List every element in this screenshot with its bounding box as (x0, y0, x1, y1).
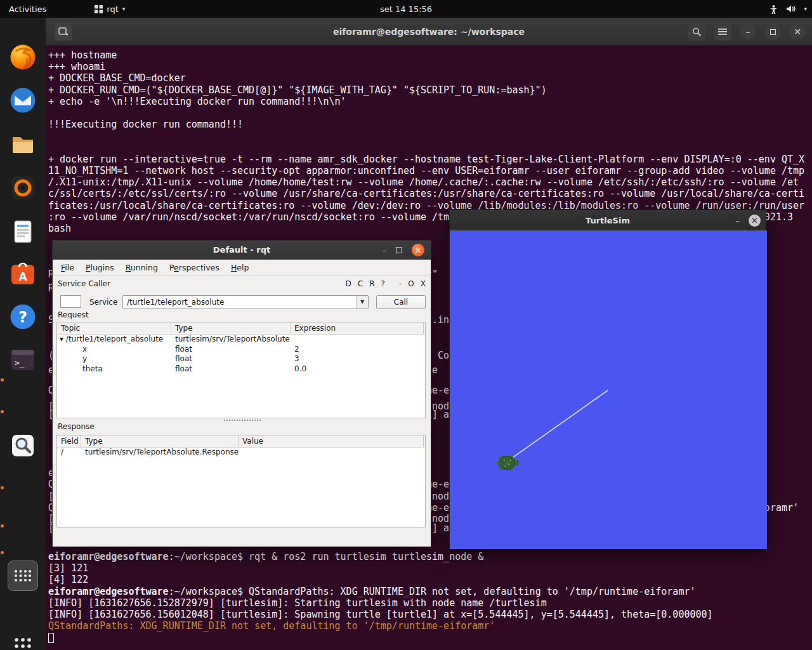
close-icon: ✕ (415, 246, 422, 255)
terminal-output-top: +++ hostname +++ whoami + DOCKER_BASE_CM… (48, 50, 804, 234)
request-table: TopicTypeExpression▾ /turtle1/teleport_a… (56, 322, 426, 418)
table-row[interactable]: ▾ /turtle1/teleport_absoluteturtlesim/sr… (57, 335, 425, 345)
hamburger-icon (718, 28, 727, 36)
rqt-app-icon (10, 563, 36, 588)
caret-down-icon: ▾ (122, 6, 126, 12)
dock-item-firefox[interactable] (8, 43, 37, 72)
terminal-bottom-lines: eiforamr@edgesoftware:~/workspace$ rqt &… (48, 551, 713, 644)
minimize-button[interactable]: – (382, 245, 386, 255)
running-indicator-dot (1, 551, 4, 554)
close-button[interactable]: ✕ (412, 244, 424, 256)
new-tab-button[interactable] (55, 23, 72, 41)
terminal-line: QStandardPaths: XDG_RUNTIME_DIR not set,… (48, 620, 713, 632)
activities-button[interactable]: Activities (0, 0, 55, 18)
close-button[interactable]: ✕ (749, 215, 761, 227)
svg-text:A: A (18, 270, 27, 283)
table-header: FieldTypeValue (57, 435, 425, 448)
table-header: TopicTypeExpression (57, 322, 425, 335)
minimize-button[interactable]: – (740, 23, 756, 40)
disc-icon (9, 174, 37, 202)
minimize-button[interactable]: – (735, 215, 740, 225)
dock-item-document-viewer[interactable] (8, 217, 37, 246)
table-row[interactable]: yfloat3 (57, 354, 425, 364)
turtlesim-scene (450, 230, 767, 549)
panel-button-C[interactable]: C (358, 279, 363, 288)
terminal-cursor (48, 633, 54, 643)
rqt-window: Default - rqt – ✕ FilePluginsRunningPers… (52, 240, 431, 547)
maximize-icon (770, 29, 776, 35)
dock-item-help[interactable]: ? (8, 302, 37, 331)
turtlesim-canvas (450, 230, 767, 549)
panel-button-R[interactable]: R (369, 279, 374, 288)
menu-perspectives[interactable]: Perspectives (164, 260, 225, 276)
dock-item-thunderbird[interactable] (8, 86, 37, 115)
column-header: Field (57, 435, 81, 447)
turtlesim-titlebar[interactable]: TurtleSim – ✕ (450, 210, 766, 230)
svg-text:>_: >_ (15, 358, 25, 368)
system-tray[interactable]: ▾ (769, 0, 807, 18)
mail-icon (9, 86, 37, 114)
call-button[interactable]: Call (376, 295, 426, 309)
terminal-titlebar[interactable]: eiforamr@edgesoftware: ~/workspace – ✕ (46, 18, 812, 46)
panel-toolbar: DCR?-OX (339, 279, 426, 288)
service-combobox[interactable]: /turtle1/teleport_absolute ▼ (122, 295, 369, 309)
maximize-button[interactable] (764, 23, 781, 40)
software-store-icon: A (9, 260, 37, 288)
show-applications-button[interactable] (8, 632, 37, 650)
clock[interactable]: set 14 15:56 (380, 4, 432, 14)
rqt-title: Default - rqt (213, 241, 270, 260)
column-header: Type (81, 435, 239, 447)
document-icon (9, 218, 37, 246)
panel-button-?[interactable]: ? (381, 279, 385, 288)
minimize-icon: – (382, 245, 386, 255)
dock-item-terminal[interactable]: >_ (8, 345, 37, 375)
menu-file[interactable]: File (55, 260, 80, 276)
close-icon: ✕ (794, 27, 801, 36)
terminal-title: eiforamr@edgesoftware: ~/workspace (333, 27, 525, 37)
maximize-button[interactable] (396, 247, 402, 253)
running-indicator-dot (1, 410, 4, 413)
menu-help[interactable]: Help (225, 260, 255, 276)
turtlesim-window: TurtleSim – ✕ (449, 209, 766, 548)
close-button[interactable]: ✕ (789, 23, 806, 40)
rqt-menubar: FilePluginsRunningPerspectivesHelp (53, 260, 431, 276)
dock-item-software-store[interactable]: A (8, 259, 37, 288)
close-icon: ✕ (751, 216, 758, 225)
panel-button-X[interactable]: X (421, 279, 426, 288)
splitter-handle[interactable] (224, 420, 261, 422)
folder-icon (9, 130, 37, 158)
dock-item-rqt-active[interactable] (8, 560, 38, 591)
menu-running[interactable]: Running (120, 260, 164, 276)
dock-item-disc-burner[interactable] (8, 173, 37, 202)
terminal-line: eiforamr@edgesoftware:~/workspace$ rqt &… (48, 551, 713, 562)
menu-button[interactable] (714, 23, 731, 41)
service-caller-panel-header: Service Caller DCR?-OX (53, 277, 431, 291)
app-menu-button[interactable]: rqt ▾ (88, 0, 131, 18)
search-button[interactable] (688, 23, 705, 41)
terminal-line: eiforamr@edgesoftware:~/workspace$ QStan… (48, 586, 713, 597)
panel-button-O[interactable]: O (408, 279, 414, 288)
column-header: Expression (291, 322, 424, 334)
menu-plugins[interactable]: Plugins (80, 260, 120, 276)
panel-button-D[interactable]: D (346, 279, 351, 288)
terminal-line: [INFO] [1631627656.152872979] [turtlesim… (48, 597, 713, 609)
chevron-down-icon[interactable]: ▼ (356, 296, 368, 308)
desktop: eiforamr@edgesoftware: ~/workspace – ✕ +… (0, 0, 812, 650)
app-menu-label: rqt (107, 4, 118, 14)
running-indicator-dot (1, 524, 4, 527)
table-row[interactable]: /turtlesim/srv/TeleportAbsolute.Response (57, 448, 425, 458)
app-grid-icon (11, 635, 34, 650)
pen-trail-line (511, 390, 608, 459)
table-row[interactable]: thetafloat0.0 (57, 364, 425, 375)
minimize-icon: – (746, 27, 750, 36)
panel-button--[interactable]: - (399, 279, 402, 288)
panel-title: Service Caller (58, 279, 110, 288)
search-icon (692, 27, 702, 37)
rqt-titlebar[interactable]: Default - rqt – ✕ (53, 241, 431, 260)
dock-item-screenshot-tool[interactable] (8, 431, 37, 460)
terminal-line: [3] 121 (48, 562, 713, 574)
dock-item-files[interactable] (8, 129, 37, 159)
table-row[interactable]: xfloat2 (57, 345, 425, 355)
service-filter-input[interactable] (60, 295, 81, 308)
turtlesim-title: TurtleSim (586, 216, 630, 225)
